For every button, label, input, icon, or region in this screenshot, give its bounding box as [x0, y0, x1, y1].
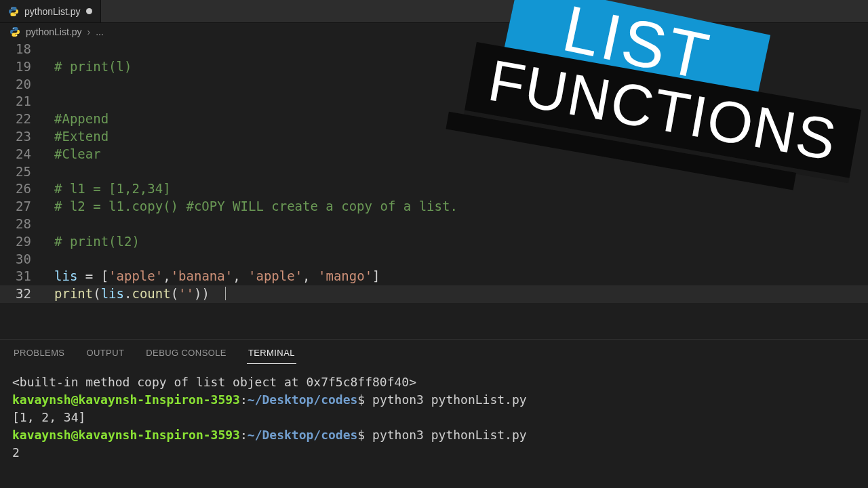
- bottom-panel: PROBLEMSOUTPUTDEBUG CONSOLETERMINAL <bui…: [0, 339, 868, 488]
- line-number: 32: [0, 285, 31, 303]
- line-number: 31: [0, 268, 31, 285]
- svg-point-1: [15, 14, 16, 15]
- line-number: 24: [0, 146, 31, 163]
- line-number: 25: [0, 163, 31, 181]
- unsaved-indicator-icon: [86, 8, 92, 14]
- python-file-icon: [8, 6, 19, 17]
- line-number: 28: [0, 216, 31, 233]
- line-number: 20: [0, 76, 31, 94]
- breadcrumb-tail: ...: [96, 26, 104, 37]
- python-file-icon: [9, 26, 20, 37]
- editor-tab[interactable]: pythonList.py: [0, 0, 101, 22]
- tab-bar: pythonList.py: [0, 0, 868, 23]
- code-line[interactable]: [54, 251, 868, 268]
- line-number: 27: [0, 198, 31, 216]
- svg-point-3: [16, 35, 17, 35]
- panel-tab-terminal[interactable]: TERMINAL: [247, 345, 296, 364]
- text-cursor: [225, 287, 226, 300]
- terminal-command-line: kavaynsh@kavaynsh-Inspiron-3593:~/Deskto…: [12, 426, 856, 444]
- panel-tabs: PROBLEMSOUTPUTDEBUG CONSOLETERMINAL: [0, 340, 868, 364]
- terminal-output[interactable]: <built-in method copy of list object at …: [0, 364, 868, 467]
- line-number: 18: [0, 41, 31, 58]
- code-line[interactable]: # l2 = l1.copy() #cOPY WILL create a cop…: [54, 198, 868, 216]
- line-number: 26: [0, 180, 31, 198]
- code-line[interactable]: print(lis.count('')): [54, 285, 868, 303]
- terminal-output-line: <built-in method copy of list object at …: [12, 373, 856, 391]
- svg-point-0: [12, 7, 12, 8]
- code-line[interactable]: lis = ['apple','banana', 'apple', 'mango…: [54, 268, 868, 285]
- line-number: 30: [0, 251, 31, 268]
- line-number-gutter: 181920212223242526272829303132: [0, 41, 37, 303]
- panel-tab-problems[interactable]: PROBLEMS: [12, 345, 66, 364]
- breadcrumb-separator: ›: [87, 26, 91, 37]
- line-number: 19: [0, 58, 31, 76]
- line-number: 29: [0, 233, 31, 251]
- breadcrumb-file: pythonList.py: [26, 26, 82, 37]
- panel-tab-debug-console[interactable]: DEBUG CONSOLE: [144, 345, 228, 364]
- line-number: 22: [0, 110, 31, 128]
- code-line[interactable]: [54, 216, 868, 233]
- code-line[interactable]: # print(l2): [54, 233, 868, 251]
- panel-tab-output[interactable]: OUTPUT: [85, 345, 125, 364]
- line-number: 21: [0, 93, 31, 110]
- tab-filename: pythonList.py: [24, 6, 81, 17]
- terminal-output-line: 2: [12, 444, 856, 462]
- svg-point-2: [13, 28, 14, 28]
- terminal-output-line: [1, 2, 34]: [12, 409, 856, 426]
- terminal-command-line: kavaynsh@kavaynsh-Inspiron-3593:~/Deskto…: [12, 391, 856, 409]
- line-number: 23: [0, 128, 31, 146]
